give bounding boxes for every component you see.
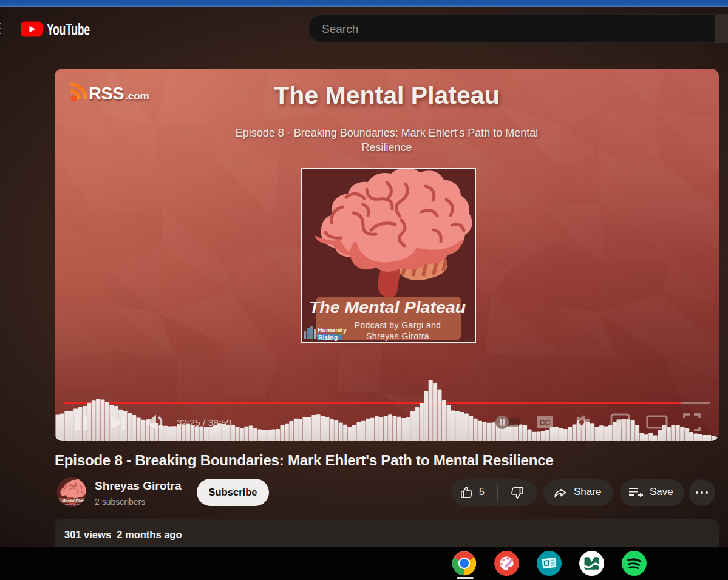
svg-text:Podcast by Gargi: Podcast by Gargi — [65, 504, 81, 506]
svg-text:The Mental Plateau: The Mental Plateau — [57, 499, 86, 503]
svg-text:CC: CC — [540, 419, 551, 427]
svg-text:YouTube: YouTube — [47, 20, 90, 38]
svg-text:32:25 / 38:59: 32:25 / 38:59 — [177, 417, 232, 428]
